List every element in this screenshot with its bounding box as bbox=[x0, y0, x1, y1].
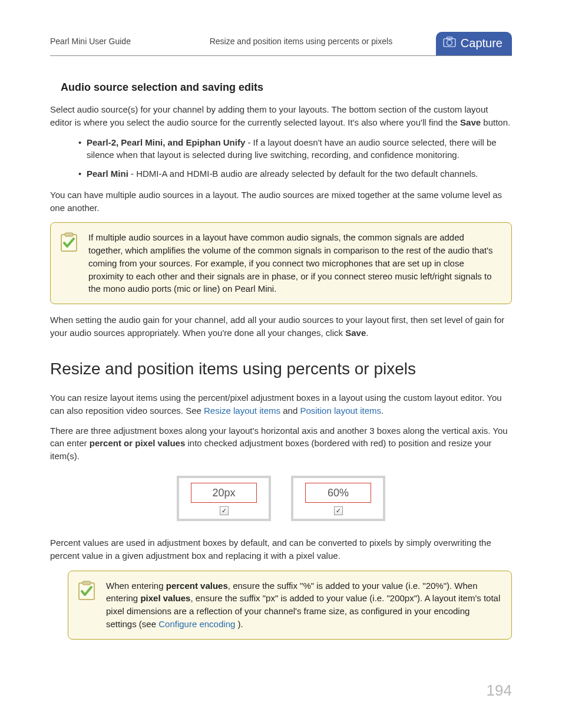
svg-rect-4 bbox=[65, 233, 73, 236]
note-callout: When entering percent values, ensure the… bbox=[68, 571, 512, 640]
camera-icon bbox=[443, 35, 456, 52]
body-paragraph: Percent values are used in adjustment bo… bbox=[50, 536, 512, 562]
save-bold: Save bbox=[460, 117, 481, 127]
note-text: When entering percent values, ensure the… bbox=[106, 579, 501, 631]
adjustment-checkbox[interactable]: ✓ bbox=[334, 506, 343, 515]
capture-badge-label: Capture bbox=[461, 35, 503, 52]
adjustment-input[interactable]: 60% bbox=[305, 483, 371, 503]
section-heading: Resize and position items using percents… bbox=[50, 357, 512, 381]
svg-point-1 bbox=[447, 40, 452, 45]
subsection-heading: Audio source selection and saving edits bbox=[61, 80, 512, 95]
list-item: Pearl Mini - HDMI-A and HDMI-B audio are… bbox=[78, 167, 512, 180]
link-resize-layout-items[interactable]: Resize layout items bbox=[204, 406, 280, 416]
svg-rect-6 bbox=[82, 581, 91, 585]
bullet-list: Pearl-2, Pearl Mini, and Epiphan Unify -… bbox=[78, 136, 512, 180]
body-paragraph: You can resize layout items using the pe… bbox=[50, 391, 512, 417]
adjustment-input[interactable]: 20px bbox=[191, 483, 257, 503]
note-text: If multiple audio sources in a layout ha… bbox=[88, 231, 501, 295]
page-header: Pearl Mini User Guide Resize and positio… bbox=[50, 29, 512, 56]
clipboard-check-icon bbox=[59, 232, 79, 252]
adjustment-box-percent: 60% ✓ bbox=[291, 476, 385, 521]
header-guide-title: Pearl Mini User Guide bbox=[50, 35, 131, 47]
link-position-layout-items[interactable]: Position layout items bbox=[300, 406, 381, 416]
body-paragraph: When setting the audio gain for your cha… bbox=[50, 314, 512, 340]
list-item: Pearl-2, Pearl Mini, and Epiphan Unify -… bbox=[78, 136, 512, 162]
svg-rect-2 bbox=[447, 37, 452, 39]
header-section-title: Resize and position items using percents… bbox=[131, 35, 436, 47]
capture-badge: Capture bbox=[436, 32, 512, 55]
note-callout: If multiple audio sources in a layout ha… bbox=[50, 222, 512, 304]
clipboard-check-icon bbox=[77, 581, 97, 601]
adjustment-checkbox[interactable]: ✓ bbox=[220, 506, 229, 515]
body-paragraph: There are three adjustment boxes along y… bbox=[50, 424, 512, 463]
adjustment-box-pixel: 20px ✓ bbox=[177, 476, 271, 521]
link-configure-encoding[interactable]: Configure encoding bbox=[158, 619, 235, 629]
body-paragraph: You can have multiple audio sources in a… bbox=[50, 189, 512, 215]
page-number: 194 bbox=[487, 680, 512, 702]
adjustment-box-examples: 20px ✓ 60% ✓ bbox=[50, 476, 512, 521]
intro-paragraph: Select audio source(s) for your channel … bbox=[50, 103, 512, 129]
